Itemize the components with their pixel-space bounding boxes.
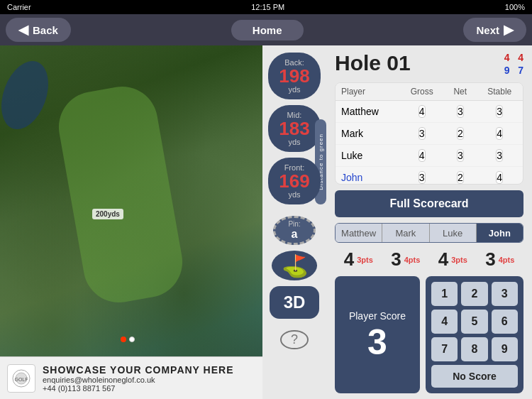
map-panel: 200yds GOLF SHOWCASE YOUR COMPANY HERE e… [0, 45, 262, 399]
score-red-1: 4 [504, 52, 510, 63]
score-cell-0: 4 3pts [335, 248, 382, 270]
player-tab-luke[interactable]: Luke [430, 224, 477, 242]
table-row: John 3 2 4 [336, 167, 523, 185]
score-value: 4 [438, 248, 448, 270]
player-name: Mark [336, 123, 399, 145]
map-background: 200yds [0, 45, 262, 399]
stable-score: 3 [476, 101, 523, 123]
back-arrow-icon: ◀ [18, 22, 28, 38]
company-footer: GOLF SHOWCASE YOUR COMPANY HERE enquirie… [0, 356, 262, 399]
home-button[interactable]: Home [231, 20, 304, 40]
numpad-btn-1[interactable]: 1 [431, 282, 458, 306]
hole-score-blue: 9 7 [504, 64, 523, 77]
net-score: 3 [444, 145, 476, 167]
player-score-value: 3 [367, 324, 387, 360]
numpad-btn-7[interactable]: 7 [431, 337, 458, 361]
carrier-text: Carrier [7, 3, 31, 11]
pts-label: 3pts [451, 256, 467, 264]
score-value: 3 [485, 248, 495, 270]
table-row: Luke 4 3 3 [336, 145, 523, 167]
score-blue-2: 7 [518, 65, 523, 76]
help-button[interactable]: ? [280, 330, 309, 349]
player-name: Matthew [336, 101, 399, 123]
back-label: Back [33, 24, 58, 36]
player-name: Luke [336, 145, 399, 167]
col-stable: Stable [476, 83, 523, 101]
numpad-btn-3[interactable]: 3 [492, 282, 518, 306]
company-phone: +44 (0)113 8871 567 [43, 384, 233, 393]
net-score: 2 [444, 167, 476, 185]
score-cell-2: 4 3pts [429, 248, 477, 270]
score-row: 4 3pts 3 4pts 4 3pts 3 4pts [335, 248, 523, 270]
pin-bubble: Pin: a [273, 216, 316, 245]
company-email: enquiries@wholeinoneglof.co.uk [43, 376, 233, 384]
next-button[interactable]: Next ▶ [463, 18, 526, 42]
col-player: Player [336, 83, 399, 101]
player-tabs: MatthewMarkLukeJohn [335, 223, 523, 243]
numpad-btn-2[interactable]: 2 [461, 282, 487, 306]
distance-panel: Back: 198 yds Mid: 183 yds Distance to g… [262, 45, 326, 399]
pts-label: 4pts [499, 256, 515, 264]
home-label: Home [253, 24, 282, 36]
next-arrow-icon: ▶ [504, 22, 514, 38]
player-name: John [336, 167, 399, 185]
hole-header: Hole 01 4 4 9 7 [335, 51, 523, 77]
pin-value: a [292, 228, 298, 241]
score-cell-1: 3 4pts [382, 248, 430, 270]
right-panel: Hole 01 4 4 9 7 Player [326, 45, 532, 399]
scorecard-table: Player Gross Net Stable Matthew 4 3 3 Ma… [335, 82, 523, 185]
flag-button[interactable]: ⛳ [272, 251, 317, 280]
main-content: 200yds GOLF SHOWCASE YOUR COMPANY HERE e… [0, 45, 532, 399]
hole-scores: 4 4 9 7 [504, 51, 523, 77]
front-distance-bubble: Front: 169 yds [268, 158, 321, 204]
no-score-button[interactable]: No Score [431, 365, 518, 388]
svg-text:GOLF: GOLF [14, 377, 28, 382]
battery-text: 100% [505, 3, 525, 11]
3d-button[interactable]: 3D [270, 286, 319, 319]
numpad-btn-4[interactable]: 4 [431, 310, 458, 334]
score-red-2: 4 [518, 52, 523, 63]
score-value: 4 [344, 248, 354, 270]
gross-score: 4 [399, 101, 444, 123]
pts-label: 3pts [357, 256, 373, 264]
company-name: SHOWCASE YOUR COMPANY HERE [43, 364, 233, 376]
hole-score-red: 4 4 [504, 51, 523, 64]
help-icon: ? [291, 332, 298, 347]
stable-score: 3 [476, 145, 523, 167]
numpad-btn-5[interactable]: 5 [461, 310, 487, 334]
gross-score: 4 [399, 145, 444, 167]
table-row: Mark 3 2 4 [336, 123, 523, 145]
back-button[interactable]: ◀ Back [6, 18, 71, 42]
gross-score: 3 [399, 167, 444, 185]
stable-score: 4 [476, 167, 523, 185]
player-tab-mark[interactable]: Mark [382, 224, 429, 242]
player-tab-john[interactable]: John [477, 224, 523, 242]
full-scorecard-button[interactable]: Full Scorecard [335, 190, 523, 217]
player-tab-matthew[interactable]: Matthew [336, 224, 382, 242]
score-cell-3: 3 4pts [477, 248, 524, 270]
pts-label: 4pts [404, 256, 421, 264]
col-gross: Gross [399, 83, 444, 101]
next-label: Next [476, 24, 499, 36]
numpad-btn-6[interactable]: 6 [492, 310, 518, 334]
player-score-label: Player Score [349, 310, 406, 322]
hole-title: Hole 01 [335, 51, 411, 75]
pin-label: Pin: [288, 220, 300, 228]
score-value: 3 [391, 248, 401, 270]
player-score-box: Player Score 3 [335, 276, 420, 393]
ball-marker-white [129, 337, 135, 342]
table-row: Matthew 4 3 3 [336, 101, 523, 123]
ball-marker-red [121, 337, 126, 342]
mid-distance-bubble: Mid: 183 yds [268, 105, 321, 152]
mid-value: 183 [272, 119, 316, 138]
numpad-btn-8[interactable]: 8 [461, 337, 487, 361]
net-score: 3 [444, 101, 476, 123]
numpad-btn-9[interactable]: 9 [492, 337, 518, 361]
company-logo: GOLF [7, 364, 35, 393]
time-text: 12:15 PM [251, 3, 284, 11]
front-value: 169 [272, 172, 316, 190]
col-net: Net [444, 83, 476, 101]
back-distance-bubble: Back: 198 yds [268, 53, 321, 99]
score-blue-1: 9 [504, 65, 510, 76]
back-value: 198 [272, 67, 316, 85]
